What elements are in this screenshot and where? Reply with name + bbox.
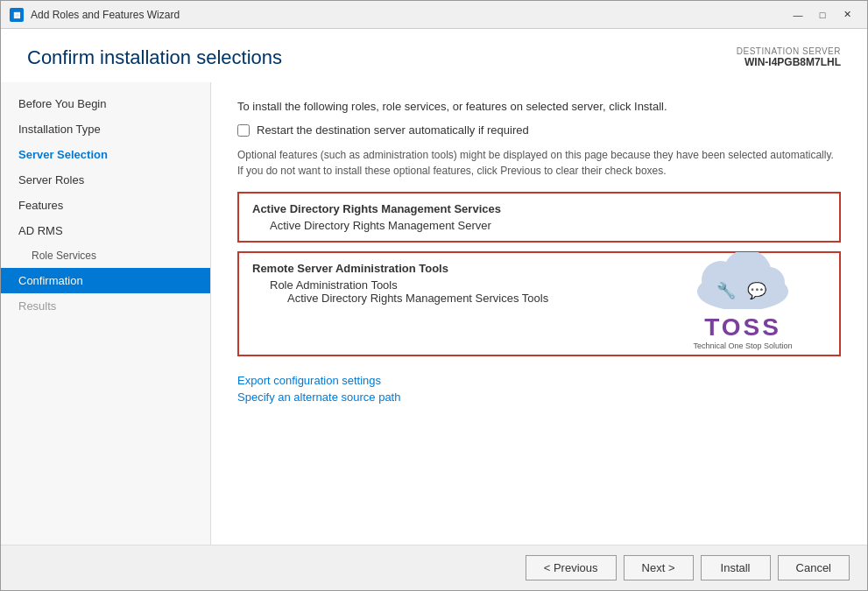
svg-text:🔧: 🔧 [716, 281, 737, 300]
feature-box-2: Remote Server Administration Tools Role … [237, 251, 841, 356]
feature-box1-sub: Active Directory Rights Management Serve… [252, 219, 826, 232]
optional-note: Optional features (such as administratio… [237, 147, 841, 179]
toss-brand-text: TOSS [704, 313, 781, 341]
sidebar-item-role-services[interactable]: Role Services [1, 243, 210, 268]
maximize-button[interactable]: □ [811, 6, 834, 24]
minimize-button[interactable]: — [787, 6, 809, 24]
install-button[interactable]: Install [701, 555, 771, 580]
destination-label: DESTINATION SERVER [737, 46, 841, 56]
wizard-footer: < Previous Next > Install Cancel [1, 545, 867, 590]
main-layout: Before You Begin Installation Type Serve… [1, 82, 867, 545]
sidebar-item-before-you-begin[interactable]: Before You Begin [1, 91, 210, 116]
restart-label: Restart the destination server automatic… [257, 123, 529, 137]
sidebar-item-results[interactable]: Results [1, 293, 210, 319]
feature-box-1: Active Directory Rights Management Servi… [237, 192, 841, 243]
toss-tagline: Technical One Stop Solution [693, 341, 792, 350]
cancel-button[interactable]: Cancel [778, 555, 850, 580]
feature-box1-main: Active Directory Rights Management Servi… [252, 202, 826, 215]
sidebar-item-server-selection[interactable]: Server Selection [1, 142, 210, 167]
destination-server-info: DESTINATION SERVER WIN-I4PGB8M7LHL [737, 46, 841, 68]
page-title: Confirm installation selections [27, 46, 282, 69]
page-header: Confirm installation selections DESTINAT… [1, 29, 867, 82]
titlebar-left: ▦ Add Roles and Features Wizard [10, 8, 180, 22]
titlebar: ▦ Add Roles and Features Wizard — □ ✕ [1, 1, 867, 29]
restart-checkbox[interactable] [237, 124, 250, 137]
restart-checkbox-row: Restart the destination server automatic… [237, 123, 841, 137]
app-icon: ▦ [10, 8, 24, 22]
cloud-svg: 🔧 💬 [690, 252, 795, 309]
main-content: To install the following roles, role ser… [211, 82, 867, 545]
sidebar-item-installation-type[interactable]: Installation Type [1, 116, 210, 142]
links-section: Export configuration settings Specify an… [237, 374, 841, 407]
toss-watermark: 🔧 💬 TOSS Technical One Stop Solution [655, 244, 830, 358]
export-config-link[interactable]: Export configuration settings [237, 374, 841, 387]
next-button[interactable]: Next > [624, 555, 694, 580]
sidebar-item-server-roles[interactable]: Server Roles [1, 167, 210, 193]
wizard-window: ▦ Add Roles and Features Wizard — □ ✕ Co… [0, 0, 868, 591]
sidebar-item-ad-rms[interactable]: AD RMS [1, 218, 210, 243]
sidebar-item-confirmation[interactable]: Confirmation [1, 268, 210, 293]
toss-logo: 🔧 💬 TOSS Technical One Stop Solution [690, 252, 795, 350]
server-name: WIN-I4PGB8M7LHL [737, 56, 841, 68]
intro-text: To install the following roles, role ser… [237, 100, 841, 113]
window-controls: — □ ✕ [787, 6, 858, 24]
previous-button[interactable]: < Previous [526, 555, 617, 580]
close-button[interactable]: ✕ [836, 6, 858, 24]
svg-text:💬: 💬 [747, 281, 767, 300]
window-title: Add Roles and Features Wizard [31, 9, 180, 21]
alternate-source-link[interactable]: Specify an alternate source path [237, 390, 841, 404]
sidebar-item-features[interactable]: Features [1, 193, 210, 218]
sidebar: Before You Begin Installation Type Serve… [1, 82, 211, 545]
